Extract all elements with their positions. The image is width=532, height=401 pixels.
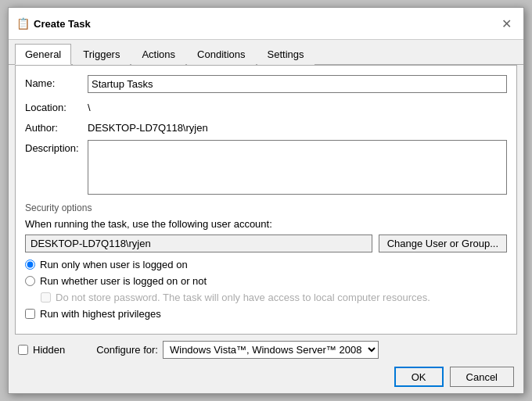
radio-logged-on-or-not-row: Run whether user is logged on or not (25, 275, 507, 287)
create-task-dialog: 📋 Create Task ✕ General Triggers Actions… (8, 7, 524, 394)
task-icon: 📋 (16, 17, 29, 30)
author-label: Author: (25, 120, 88, 134)
hidden-label[interactable]: Hidden (33, 344, 65, 356)
tab-settings[interactable]: Settings (257, 44, 315, 65)
tab-bar: General Triggers Actions Conditions Sett… (9, 40, 523, 65)
description-label: Description: (25, 140, 88, 154)
configure-select[interactable]: Windows Vista™, Windows Server™ 2008 Win… (163, 341, 379, 359)
radio-logged-on[interactable] (25, 260, 35, 270)
name-row: Name: (25, 75, 507, 93)
name-input[interactable] (88, 75, 507, 93)
name-label: Name: (25, 75, 88, 89)
tab-actions[interactable]: Actions (131, 44, 185, 65)
highest-privileges-row: Run with highest privileges (25, 308, 507, 320)
author-value: DESKTOP-LD7Q118\ryjen (88, 120, 208, 134)
highest-privileges-label[interactable]: Run with highest privileges (40, 308, 161, 320)
hidden-checkbox-row: Hidden (18, 344, 65, 356)
description-input[interactable] (88, 140, 507, 195)
user-account-field: DESKTOP-LD7Q118\ryjen (25, 235, 372, 252)
bottom-section: Hidden Configure for: Windows Vista™, Wi… (9, 335, 523, 393)
tab-conditions[interactable]: Conditions (187, 44, 255, 65)
no-password-checkbox (41, 292, 51, 303)
no-password-label: Do not store password. The task will onl… (56, 292, 430, 303)
ok-button[interactable]: OK (394, 367, 444, 387)
main-content: Name: Location: \ Author: DESKTOP-LD7Q11… (15, 65, 517, 335)
no-password-row: Do not store password. The task will onl… (41, 292, 507, 303)
close-button[interactable]: ✕ (497, 14, 516, 33)
security-title: Security options (25, 202, 507, 213)
radio-logged-on-label[interactable]: Run only when user is logged on (40, 259, 188, 270)
hidden-checkbox[interactable] (18, 345, 28, 355)
description-row: Description: (25, 140, 507, 195)
location-label: Location: (25, 99, 88, 113)
user-account-row: DESKTOP-LD7Q118\ryjen Change User or Gro… (25, 235, 507, 252)
radio-logged-on-or-not[interactable] (25, 276, 35, 286)
tab-general[interactable]: General (15, 44, 71, 65)
title-bar: 📋 Create Task ✕ (9, 8, 523, 40)
radio-logged-on-row: Run only when user is logged on (25, 259, 507, 270)
title-bar-left: 📋 Create Task (16, 17, 91, 30)
tab-triggers[interactable]: Triggers (73, 44, 130, 65)
change-user-button[interactable]: Change User or Group... (379, 235, 507, 252)
highest-privileges-checkbox[interactable] (25, 309, 35, 319)
configure-label: Configure for: (96, 344, 158, 356)
security-options: Security options When running the task, … (25, 202, 507, 320)
user-account-label: When running the task, use the following… (25, 218, 507, 230)
location-row: Location: \ (25, 99, 507, 113)
location-value: \ (88, 99, 91, 113)
radio-logged-on-or-not-label[interactable]: Run whether user is logged on or not (40, 275, 207, 287)
dialog-title: Create Task (34, 18, 91, 30)
configure-row: Configure for: Windows Vista™, Windows S… (96, 341, 379, 359)
cancel-button[interactable]: Cancel (450, 367, 514, 387)
author-row: Author: DESKTOP-LD7Q118\ryjen (25, 120, 507, 134)
